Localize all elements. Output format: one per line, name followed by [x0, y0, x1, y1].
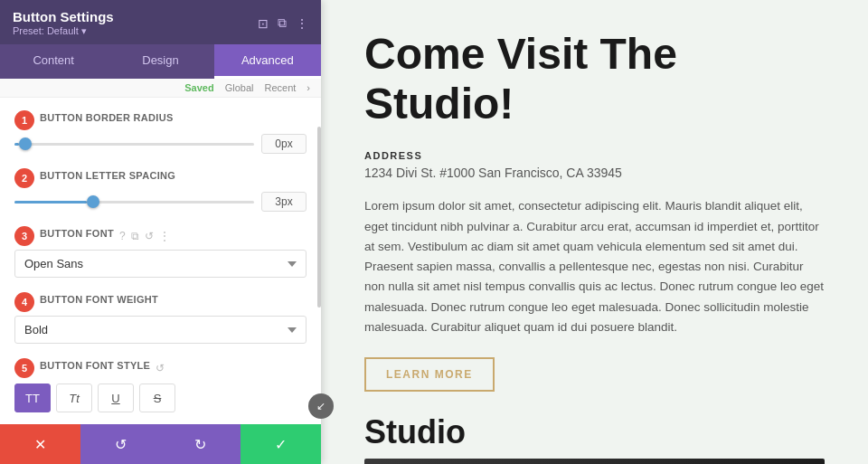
scrollbar[interactable]	[317, 127, 321, 308]
font-label: Button Font	[40, 228, 114, 239]
step-4-badge: 4	[14, 292, 34, 312]
border-radius-thumb[interactable]	[19, 137, 32, 150]
content-preview: Come Visit The Studio! ADDRESS 1234 Divi…	[321, 0, 868, 464]
font-label-row: 3 Button Font ? ⧉ ↺ ⋮	[14, 226, 307, 246]
step-5-badge: 5	[14, 358, 34, 378]
border-radius-label-row: 1 Button Border Radius	[14, 110, 307, 130]
undo-button[interactable]: ↺	[80, 424, 161, 464]
font-reset-icon[interactable]: ↺	[145, 230, 154, 242]
save-button[interactable]: ✓	[241, 424, 321, 464]
step-2-badge: 2	[14, 168, 34, 188]
main-heading: Come Visit The Studio!	[364, 29, 825, 128]
cancel-icon: ✕	[34, 436, 46, 453]
tab-advanced[interactable]: Advanced	[214, 44, 321, 79]
letter-spacing-label-row: 2 Button Letter Spacing	[14, 168, 307, 188]
global-label[interactable]: Global	[225, 82, 254, 93]
letter-spacing-label: Button Letter Spacing	[40, 170, 175, 181]
font-style-reset-icon[interactable]: ↺	[156, 362, 165, 374]
cancel-button[interactable]: ✕	[0, 424, 80, 464]
font-setting: 3 Button Font ? ⧉ ↺ ⋮ Open Sans	[14, 226, 307, 278]
font-style-setting: 5 Button Font Style ↺ TT Tt U S	[14, 358, 307, 412]
panel-preset[interactable]: Preset: Default ▾	[13, 25, 114, 37]
undo-icon: ↺	[115, 436, 127, 453]
panel-footer: ✕ ↺ ↻ ✓	[0, 424, 321, 464]
font-style-label: Button Font Style	[40, 360, 150, 371]
letter-spacing-fill	[14, 201, 87, 204]
tab-design[interactable]: Design	[107, 44, 213, 79]
expand-icon[interactable]: ⧉	[278, 15, 287, 31]
studio-image	[364, 459, 825, 464]
panel-tabs: Content Design Advanced	[0, 44, 321, 79]
panel-title: Button Settings	[13, 9, 114, 24]
letter-spacing-slider[interactable]	[14, 194, 254, 210]
font-style-buttons: TT Tt U S	[14, 384, 307, 412]
saved-label: Saved	[184, 82, 213, 93]
italic-style-button[interactable]: Tt	[56, 384, 92, 412]
panel-header-icons: ⊡ ⧉ ⋮	[258, 15, 308, 31]
recent-label[interactable]: Recent	[264, 82, 296, 93]
address-label: ADDRESS	[364, 150, 825, 161]
border-radius-slider[interactable]	[14, 136, 254, 152]
learn-more-button[interactable]: LEARN MORE	[364, 357, 495, 392]
letter-spacing-input[interactable]	[261, 192, 307, 212]
border-radius-track	[14, 143, 254, 146]
font-help-icon[interactable]: ?	[119, 230, 126, 242]
address-value: 1234 Divi St. #1000 San Francisco, CA 33…	[364, 166, 825, 180]
font-style-label-row: 5 Button Font Style ↺	[14, 358, 307, 378]
font-more-icon[interactable]: ⋮	[159, 230, 170, 242]
redo-icon: ↻	[194, 436, 206, 453]
save-icon: ✓	[275, 436, 287, 453]
letter-spacing-slider-row	[14, 192, 307, 212]
border-radius-input[interactable]	[261, 134, 307, 154]
body-text: Lorem ipsum dolor sit amet, consectetur …	[364, 196, 825, 337]
letter-spacing-thumb[interactable]	[87, 195, 99, 208]
panel-header: Button Settings Preset: Default ▾ ⊡ ⧉ ⋮	[0, 0, 321, 44]
heading-line1: Come Visit The	[364, 30, 677, 78]
saved-bar: Saved Global Recent ›	[0, 79, 321, 98]
step-3-badge: 3	[14, 226, 34, 246]
panel-content: 1 Button Border Radius 2 Button Letter S…	[0, 98, 321, 424]
font-weight-setting: 4 Button Font Weight Bold	[14, 292, 307, 344]
font-select[interactable]: Open Sans	[14, 250, 307, 278]
border-radius-slider-row	[14, 134, 307, 154]
responsive-icon[interactable]: ⊡	[258, 16, 269, 31]
font-weight-label: Button Font Weight	[40, 294, 158, 305]
underline-style-button[interactable]: U	[98, 384, 134, 412]
panel-title-group: Button Settings Preset: Default ▾	[13, 9, 114, 37]
panel-arrow-icon[interactable]: ↙	[308, 393, 334, 419]
font-weight-label-row: 4 Button Font Weight	[14, 292, 307, 312]
settings-panel: Button Settings Preset: Default ▾ ⊡ ⧉ ⋮ …	[0, 0, 321, 464]
font-copy-icon[interactable]: ⧉	[131, 230, 139, 242]
more-icon[interactable]: ⋮	[296, 16, 308, 31]
border-radius-label: Button Border Radius	[40, 112, 174, 123]
step-1-badge: 1	[14, 110, 34, 130]
heading-line2: Studio!	[364, 80, 514, 128]
redo-button[interactable]: ↻	[161, 424, 241, 464]
letter-spacing-setting: 2 Button Letter Spacing	[14, 168, 307, 212]
font-weight-select[interactable]: Bold	[14, 316, 307, 344]
studio-partial-text: Studio	[364, 413, 825, 451]
border-radius-setting: 1 Button Border Radius	[14, 110, 307, 154]
strikethrough-style-button[interactable]: S	[139, 384, 175, 412]
arrow-right-icon[interactable]: ›	[307, 82, 310, 93]
bold-style-button[interactable]: TT	[14, 384, 51, 412]
tab-content[interactable]: Content	[0, 44, 107, 79]
letter-spacing-track	[14, 201, 254, 204]
